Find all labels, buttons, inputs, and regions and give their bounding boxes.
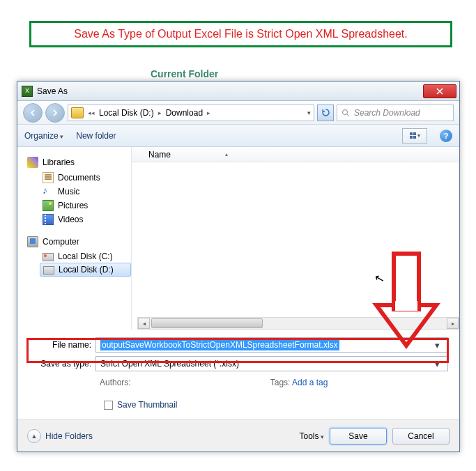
drive-icon xyxy=(43,253,54,261)
tools-menu[interactable]: Tools xyxy=(299,431,324,441)
tags-label: Tags: xyxy=(270,378,291,387)
annotation-callout: Save As Type of Output Excel File is Str… xyxy=(29,21,452,47)
search-placeholder: Search Download xyxy=(354,108,420,118)
folder-icon xyxy=(71,107,84,118)
breadcrumb-part[interactable]: Local Disk (D:) xyxy=(99,108,154,118)
libraries-icon xyxy=(27,157,38,168)
breadcrumb[interactable]: ◂◂ Local Disk (D:) ▸ Download ▸ ▾ xyxy=(68,105,314,121)
svg-point-0 xyxy=(343,109,348,114)
savetype-value: Strict Open XML Spreadsheet (*.xlsx) xyxy=(100,359,239,369)
help-button[interactable]: ? xyxy=(440,130,452,142)
file-list-pane[interactable]: Name ▴ ↖ ◂ ▸ xyxy=(132,147,459,330)
filename-value: outputSaveWorkbookToStrictOpenXMLSpreads… xyxy=(100,339,339,350)
refresh-button[interactable] xyxy=(317,105,334,121)
pictures-icon xyxy=(43,200,54,211)
new-folder-button[interactable]: New folder xyxy=(76,131,116,141)
nav-item-drive-d[interactable]: Local Disk (D:) xyxy=(40,263,131,277)
save-as-dialog: Save As ◂◂ Local Disk (D:) ▸ Download ▸ … xyxy=(17,81,460,452)
explorer-body: Libraries Documents Music Pictures Video… xyxy=(17,147,459,330)
chevron-up-icon: ▲ xyxy=(27,429,41,443)
organize-menu[interactable]: Organize xyxy=(24,131,63,141)
breadcrumb-dropdown-icon[interactable]: ▾ xyxy=(307,109,311,116)
arrow-right-icon xyxy=(51,109,59,117)
music-icon xyxy=(43,186,54,197)
annotation-text: Save As Type of Output Excel File is Str… xyxy=(74,28,407,40)
meta-row: Authors: Tags: Add a tag xyxy=(29,375,448,387)
titlebar: Save As xyxy=(17,82,459,101)
grid-icon xyxy=(410,132,416,139)
sort-indicator-icon: ▴ xyxy=(225,151,228,157)
nav-item-music[interactable]: Music xyxy=(27,185,131,199)
close-icon xyxy=(436,88,443,95)
excel-icon xyxy=(22,86,33,97)
nav-item-pictures[interactable]: Pictures xyxy=(27,199,131,213)
navigation-pane: Libraries Documents Music Pictures Video… xyxy=(17,147,132,330)
videos-icon xyxy=(43,214,54,225)
dialog-title: Save As xyxy=(37,86,423,96)
savetype-dropdown[interactable]: Strict Open XML Spreadsheet (*.xlsx) xyxy=(95,356,448,371)
computer-icon xyxy=(27,236,38,247)
search-icon xyxy=(341,109,350,117)
refresh-icon xyxy=(321,108,330,117)
search-input[interactable]: Search Download xyxy=(337,105,454,121)
breadcrumb-part[interactable]: Download xyxy=(166,108,203,118)
chevron-right-icon: ▸ xyxy=(158,109,162,116)
drive-icon xyxy=(43,266,54,275)
filename-input[interactable]: outputSaveWorkbookToStrictOpenXMLSpreads… xyxy=(95,337,448,353)
close-button[interactable] xyxy=(423,84,456,98)
filename-label: File name: xyxy=(29,340,95,350)
scroll-left-button[interactable]: ◂ xyxy=(138,318,150,329)
nav-group-computer[interactable]: Computer xyxy=(27,236,131,247)
hide-folders-button[interactable]: ▲ Hide Folders xyxy=(27,429,93,443)
nav-item-videos[interactable]: Videos xyxy=(27,213,131,226)
scroll-thumb[interactable] xyxy=(151,318,263,328)
column-header-row: Name ▴ xyxy=(132,147,459,162)
form-area: File name: outputSaveWorkbookToStrictOpe… xyxy=(17,330,459,419)
tags-value[interactable]: Add a tag xyxy=(292,378,328,387)
save-thumbnail-label: Save Thumbnail xyxy=(117,400,178,410)
dialog-footer: ▲ Hide Folders Tools Save Cancel xyxy=(17,419,459,451)
toolbar: Organize New folder ▾ ? xyxy=(17,125,459,147)
horizontal-scrollbar[interactable]: ◂ ▸ xyxy=(137,317,459,330)
chevron-left-icon: ◂◂ xyxy=(88,109,95,116)
background-text: Current Folder xyxy=(151,68,218,79)
save-button[interactable]: Save xyxy=(330,428,387,445)
save-thumbnail-row: Save Thumbnail xyxy=(29,387,448,419)
nav-group-libraries[interactable]: Libraries xyxy=(27,157,131,168)
navigation-bar: ◂◂ Local Disk (D:) ▸ Download ▸ ▾ Search… xyxy=(17,101,459,125)
forward-button[interactable] xyxy=(45,103,65,123)
cancel-button[interactable]: Cancel xyxy=(392,428,450,445)
savetype-row: Save as type: Strict Open XML Spreadshee… xyxy=(29,356,448,371)
savetype-label: Save as type: xyxy=(29,359,95,369)
nav-item-documents[interactable]: Documents xyxy=(27,171,131,185)
chevron-right-icon: ▸ xyxy=(207,109,210,116)
cursor-icon: ↖ xyxy=(373,270,386,287)
save-thumbnail-checkbox[interactable] xyxy=(104,401,113,410)
back-button[interactable] xyxy=(23,103,43,123)
documents-icon xyxy=(43,172,54,183)
column-header-name[interactable]: Name xyxy=(148,150,225,160)
authors-label: Authors: xyxy=(100,378,131,387)
nav-item-drive-c[interactable]: Local Disk (C:) xyxy=(27,250,131,263)
arrow-left-icon xyxy=(29,109,37,117)
scroll-right-button[interactable]: ▸ xyxy=(447,318,459,329)
filename-row: File name: outputSaveWorkbookToStrictOpe… xyxy=(29,337,448,353)
view-options-button[interactable]: ▾ xyxy=(402,128,427,144)
